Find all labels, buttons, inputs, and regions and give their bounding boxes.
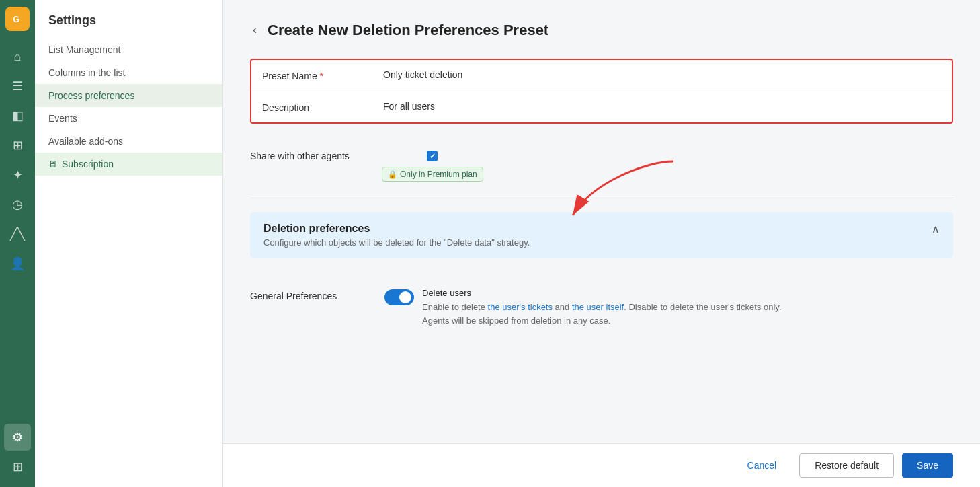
pref-text-block: Delete users Enable to delete the user's…	[422, 288, 781, 327]
sidebar: Settings List Management Columns in the …	[35, 0, 223, 487]
footer-bar: Cancel Restore default Save	[223, 443, 980, 487]
sidebar-item-available-addons[interactable]: Available add-ons	[35, 130, 222, 153]
sidebar-item-process-pref[interactable]: Process preferences	[35, 84, 222, 107]
restore-default-button[interactable]: Restore default	[799, 453, 894, 478]
app-logo: G	[5, 7, 30, 31]
share-label: Share with other agents	[250, 151, 371, 161]
user-itself-link[interactable]: the user itself	[572, 302, 624, 312]
deletion-header: Deletion preferences Configure which obj…	[263, 223, 940, 248]
pref-control: Delete users Enable to delete the user's…	[384, 288, 781, 327]
collapse-icon[interactable]: ∧	[932, 223, 940, 235]
share-checkbox-wrap	[427, 151, 438, 161]
preset-name-label: Preset Name *	[262, 69, 383, 81]
home-icon[interactable]: ⌂	[4, 43, 31, 70]
user-tickets-link[interactable]: the user's tickets	[488, 302, 553, 312]
description-label: Description	[262, 101, 383, 113]
document-icon[interactable]: ◧	[4, 102, 31, 129]
description-row: Description	[251, 91, 952, 122]
cancel-button[interactable]: Cancel	[733, 453, 792, 478]
clock-icon[interactable]: ◷	[4, 191, 31, 218]
page-title: Create New Deletion Preferences Preset	[268, 22, 548, 39]
premium-badge-text: Only in Premium plan	[400, 170, 477, 179]
lock-icon: 🔒	[388, 170, 397, 179]
subscription-label: Subscription	[62, 159, 114, 170]
ticket-icon[interactable]: ✦	[4, 161, 31, 188]
general-pref-label: General Preferences	[250, 288, 358, 301]
save-button[interactable]: Save	[902, 453, 953, 478]
deletion-header-text: Deletion preferences Configure which obj…	[263, 223, 530, 248]
required-indicator: *	[317, 71, 323, 81]
users-icon[interactable]: 👤	[4, 250, 31, 277]
page-header: ‹ Create New Deletion Preferences Preset	[250, 20, 953, 40]
stats-icon[interactable]: ╱╲	[4, 221, 31, 248]
deletion-subtitle: Configure which objects will be deleted …	[263, 237, 530, 248]
premium-badge: 🔒 Only in Premium plan	[382, 167, 483, 182]
sidebar-title: Settings	[35, 13, 222, 38]
description-input[interactable]	[383, 101, 941, 112]
settings-icon[interactable]: ⚙	[4, 424, 31, 451]
delete-users-desc: Enable to delete the user's tickets and …	[422, 301, 781, 327]
divider	[250, 198, 953, 198]
nav-bar: G ⌂ ☰ ◧ ⊞ ✦ ◷ ╱╲ 👤 ⚙ ⊞	[0, 0, 35, 487]
deletion-title: Deletion preferences	[263, 223, 530, 235]
sidebar-item-events[interactable]: Events	[35, 107, 222, 130]
delete-users-title: Delete users	[422, 288, 781, 298]
delete-users-toggle[interactable]	[384, 289, 414, 305]
share-controls: 🔒 Only in Premium plan	[382, 151, 483, 182]
share-row: Share with other agents 🔒 Only in Premiu…	[250, 140, 953, 192]
chart-icon[interactable]: ⊞	[4, 132, 31, 159]
preset-name-input[interactable]	[383, 69, 941, 80]
main-content: ‹ Create New Deletion Preferences Preset…	[223, 0, 980, 487]
preset-name-row: Preset Name *	[251, 60, 952, 91]
sidebar-item-list-management[interactable]: List Management	[35, 38, 222, 61]
deletion-section: Deletion preferences Configure which obj…	[250, 212, 953, 258]
list-icon[interactable]: ☰	[4, 73, 31, 100]
general-pref-row: General Preferences Delete users Enable …	[250, 274, 953, 340]
svg-text:G: G	[13, 15, 19, 24]
grid-icon[interactable]: ⊞	[4, 453, 31, 480]
share-checkbox[interactable]	[427, 151, 438, 161]
back-button[interactable]: ‹	[250, 20, 259, 40]
sidebar-item-subscription[interactable]: 🖥 Subscription	[35, 153, 222, 176]
subscription-icon: 🖥	[48, 159, 58, 170]
form-section: Preset Name * Description	[250, 59, 953, 124]
sidebar-item-columns-list[interactable]: Columns in the list	[35, 61, 222, 84]
